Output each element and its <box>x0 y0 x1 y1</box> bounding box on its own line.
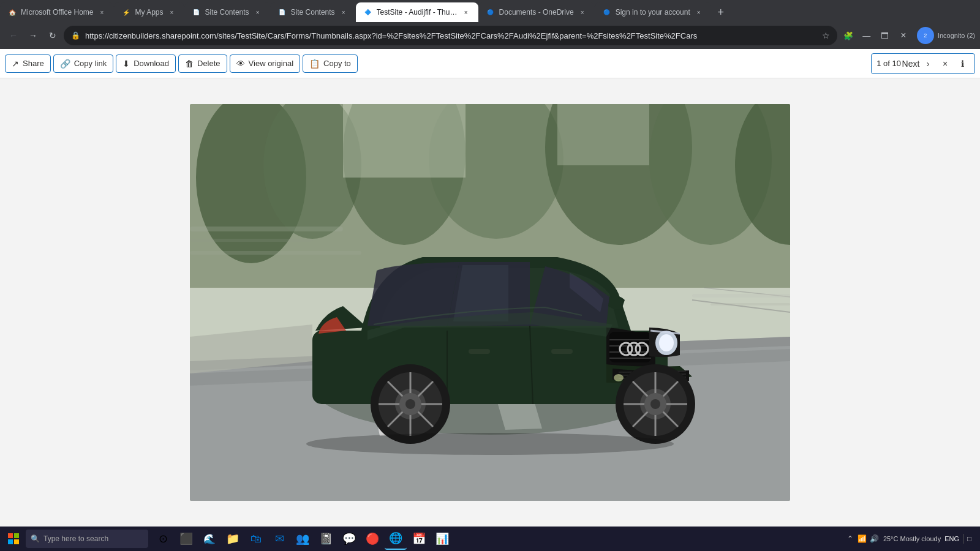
show-desktop-button[interactable]: □ <box>963 534 973 544</box>
lock-icon: 🔒 <box>71 31 80 40</box>
profile-button[interactable]: 2 <box>917 27 934 44</box>
next-arrow-button[interactable]: › <box>921 56 935 71</box>
copy-link-button[interactable]: 🔗 Copy link <box>53 54 113 73</box>
tab-favicon-signin: 🔵 <box>602 7 612 17</box>
copy-link-label: Copy link <box>74 59 107 68</box>
nav-info-button[interactable]: ℹ <box>955 56 970 71</box>
taskbar-task-view[interactable]: ⬛ <box>175 528 197 550</box>
svg-rect-10 <box>557 104 649 165</box>
tab-title-office: Microsoft Office Home <box>21 8 93 17</box>
back-button[interactable]: ← <box>5 27 22 44</box>
network-icon[interactable]: 📶 <box>858 534 867 544</box>
view-original-button[interactable]: 👁 View original <box>230 54 300 73</box>
svg-rect-68 <box>692 294 790 298</box>
tab-title-site1: Site Contents <box>205 8 249 17</box>
svg-rect-73 <box>14 539 19 544</box>
taskbar-cortana[interactable]: ⊙ <box>152 528 174 550</box>
taskbar-calendar[interactable]: 📅 <box>408 528 430 550</box>
svg-point-44 <box>614 374 624 381</box>
tab-onedrive[interactable]: 🔵 Documents - OneDrive × <box>478 2 595 22</box>
tab-my-apps[interactable]: ⚡ My Apps × <box>114 2 184 22</box>
view-original-label: View original <box>249 59 293 68</box>
taskbar: 🔍 Type here to search ⊙ ⬛ 🌊 📁 🛍 ✉ 👥 📓 💬 <box>0 527 980 551</box>
bookmark-icon: ☆ <box>822 31 830 40</box>
tab-bar: 🏠 Microsoft Office Home × ⚡ My Apps × 📄 … <box>0 0 980 22</box>
tab-favicon-office: 🏠 <box>7 7 17 17</box>
svg-rect-9 <box>343 104 466 178</box>
tab-site-contents-1[interactable]: 📄 Site Contents × <box>184 2 270 22</box>
tab-close-site2[interactable]: × <box>339 7 349 17</box>
view-icon: 👁 <box>236 59 245 69</box>
taskbar-language: ENG <box>944 535 959 542</box>
tab-close-myapps[interactable]: × <box>167 7 177 17</box>
nav-controls: 1 of 10 Next › × ℹ <box>871 53 975 74</box>
address-bar[interactable]: 🔒 https://citizenbuilders.sharepoint.com… <box>64 26 837 45</box>
image-container: M·A 86 94 E ★ <box>190 104 790 501</box>
extensions-button[interactable]: 🧩 <box>840 27 857 44</box>
taskbar-time[interactable]: ENG <box>944 535 959 542</box>
tab-close-thumbnails[interactable]: × <box>461 7 471 17</box>
taskbar-edge[interactable]: 🌊 <box>198 528 221 550</box>
forward-button[interactable]: → <box>24 27 42 44</box>
browser-menu-icons: 🧩 — 🗖 × <box>840 27 912 44</box>
download-button[interactable]: ⬇ Download <box>116 54 176 73</box>
windows-logo-icon <box>8 533 19 544</box>
close-browser-button[interactable]: × <box>895 27 912 44</box>
svg-rect-19 <box>190 239 312 242</box>
restore-button[interactable]: 🗖 <box>876 27 894 44</box>
tab-close-office[interactable]: × <box>97 7 107 17</box>
volume-icon[interactable]: 🔊 <box>870 534 880 544</box>
tab-close-site1[interactable]: × <box>253 7 263 17</box>
taskbar-chrome[interactable]: 🌐 <box>385 528 407 550</box>
minimize-button[interactable]: — <box>858 27 875 44</box>
start-button[interactable] <box>2 528 24 550</box>
taskbar-teams[interactable]: 👥 <box>292 528 314 550</box>
tab-close-signin[interactable]: × <box>694 7 704 17</box>
taskbar-onenote[interactable]: 📓 <box>315 528 337 550</box>
taskbar-store[interactable]: 🛍 <box>245 528 267 550</box>
copy-to-button[interactable]: 📋 Copy to <box>303 54 358 73</box>
tab-favicon-site2: 📄 <box>277 7 287 17</box>
tab-title-signin: Sign in to your account <box>616 8 690 17</box>
taskbar-search[interactable]: 🔍 Type here to search <box>26 530 148 548</box>
reload-button[interactable]: ↻ <box>44 27 61 44</box>
nav-close-button[interactable]: × <box>938 56 952 71</box>
svg-rect-63 <box>469 349 490 354</box>
tab-signin[interactable]: 🔵 Sign in to your account × <box>595 2 711 22</box>
taskbar-search-text: Type here to search <box>43 534 108 543</box>
teams-icon: 👥 <box>296 532 309 545</box>
share-button[interactable]: ↗ Share <box>5 54 51 73</box>
taskbar-file-explorer[interactable]: 📁 <box>222 528 244 550</box>
file-explorer-icon: 📁 <box>226 532 239 545</box>
excel-icon: 📊 <box>435 532 449 545</box>
car-image: M·A 86 94 E ★ <box>190 104 790 501</box>
taskbar-mail[interactable]: ✉ <box>268 528 290 550</box>
taskbar-excel[interactable]: 📊 <box>431 528 453 550</box>
svg-rect-70 <box>8 533 13 538</box>
svg-point-65 <box>306 433 674 455</box>
tab-favicon-thumbnails: 🔷 <box>363 7 373 17</box>
task-view-icon: ⬛ <box>179 532 193 545</box>
up-arrow-icon[interactable]: ⌃ <box>845 534 855 544</box>
taskbar-skype[interactable]: 💬 <box>338 528 360 550</box>
tab-microsoft-office[interactable]: 🏠 Microsoft Office Home × <box>0 2 114 22</box>
tab-title-myapps: My Apps <box>135 8 163 17</box>
download-label: Download <box>134 59 169 68</box>
mail-icon: ✉ <box>275 532 284 545</box>
tab-thumbnails-active[interactable]: 🔷 TestSite - Audijfif - Thumbnails × <box>356 2 478 22</box>
tab-site-contents-2[interactable]: 📄 Site Contents × <box>270 2 356 22</box>
new-tab-button[interactable]: + <box>711 2 731 22</box>
tab-close-onedrive[interactable]: × <box>578 7 587 17</box>
taskbar-apps: ⊙ ⬛ 🌊 📁 🛍 ✉ 👥 📓 💬 🔴 🌐 <box>152 528 453 550</box>
taskbar-app9[interactable]: 🔴 <box>361 528 383 550</box>
main-content: M·A 86 94 E ★ <box>0 78 980 527</box>
profile-text: Incognito (2) <box>938 32 975 39</box>
svg-rect-20 <box>190 251 361 255</box>
tab-title-site2: Site Contents <box>291 8 335 17</box>
tab-favicon-onedrive: 🔵 <box>486 7 496 17</box>
delete-button[interactable]: 🗑 Delete <box>178 54 227 73</box>
share-icon: ↗ <box>12 59 19 69</box>
download-icon: ⬇ <box>123 59 130 69</box>
svg-rect-71 <box>14 533 19 538</box>
tab-title-thumbnails: TestSite - Audijfif - Thumbnails <box>377 8 458 17</box>
